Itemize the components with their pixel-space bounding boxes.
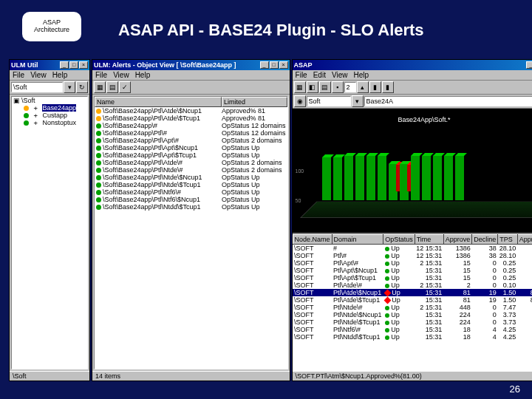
tree-node[interactable]: + Custapp [12, 112, 87, 119]
list-item[interactable]: \Soft\Base24app\Ptl\Apt\#OpStatus 2 doma… [95, 137, 287, 144]
maximize-button[interactable]: □ [69, 61, 78, 69]
list-item[interactable]: \Soft\Base24app\Ptl\#OpStatus 12 domains [95, 129, 287, 137]
table-row[interactable]: \SOFTPtl\Ntf6\# Up15:311844.25100.00 [293, 326, 532, 333]
table-row[interactable]: \SOFTPtl\Atde\$Tcup1 Up15:3181191.5081.0… [293, 296, 532, 304]
expand-icon[interactable]: + [34, 104, 38, 112]
asap-titlebar[interactable]: ASAP _ □ × [293, 60, 532, 70]
col-header[interactable]: Node.Name [293, 235, 332, 245]
table-row[interactable]: \SOFTPtl\Apt\$Tcup1 Up15:311500.25100.00 [293, 274, 532, 282]
col-header[interactable]: Approve [443, 235, 472, 245]
col-header[interactable]: Time [415, 235, 443, 245]
dropdown-icon[interactable]: ▾ [64, 81, 75, 93]
col-header[interactable]: TPS [498, 235, 518, 245]
data-table-area[interactable]: Node.NameDomainOpStatusTimeApproveDeclin… [293, 233, 532, 371]
item-name: \Soft\Base24app\Ptl\Ntde\# [103, 166, 183, 174]
cell-node: \SOFT [293, 311, 332, 318]
table-row[interactable]: \SOFT# Up12 15:3113863828.1097.33 [293, 245, 532, 253]
cell-decline: 0 [472, 274, 498, 282]
list-item[interactable]: \Soft\Base24app\Ptl\Ntf6\#OpStatus Up [95, 188, 287, 196]
refresh-button[interactable]: ↻ [76, 81, 88, 93]
col-header[interactable]: OpStatus [383, 235, 415, 245]
col-limited[interactable]: Limited [222, 97, 287, 107]
spin-button[interactable]: ▴ [357, 81, 369, 93]
table-row[interactable]: \SOFTPtl\Ntde\$Ncup1 Up15:3122403.73100.… [293, 311, 532, 318]
list-item[interactable]: \Soft\Base24app\Ptl\Apt\$Tcup1OpStatus U… [95, 151, 287, 159]
close-button[interactable]: × [79, 61, 88, 69]
alerts-titlebar[interactable]: ULM: Alerts - Object View [ \Soft\Base24… [92, 60, 290, 70]
cell-tps: 1.50 [498, 296, 518, 304]
list-item[interactable]: \Soft\Base24app\Ptl\Apt\$Ncup1OpStatus U… [95, 144, 287, 151]
tool-button[interactable]: ▤ [106, 81, 118, 93]
tool-button[interactable]: ✓ [119, 81, 131, 93]
list-item[interactable]: \Soft\Base24app\Ptl\Ntf6\$Ncup1OpStatus … [95, 196, 287, 203]
minimize-button[interactable]: _ [260, 61, 269, 69]
tool-button[interactable]: ◧ [307, 81, 318, 93]
tool-button[interactable]: ▤ [319, 81, 331, 93]
expand-icon[interactable]: + [34, 112, 38, 119]
tree-root[interactable]: ▣ \Soft [12, 97, 87, 104]
combo-soft[interactable] [307, 96, 351, 106]
item-status: Approved% 81 [222, 115, 286, 122]
tool-button[interactable]: ▪ [332, 81, 344, 93]
up-icon [385, 321, 389, 325]
data-table[interactable]: Node.NameDomainOpStatusTimeApproveDeclin… [293, 234, 532, 341]
cell-decline: 4 [472, 326, 498, 333]
table-row[interactable]: \SOFTPtl\Ntdd\$Tcup1 Up15:311844.25100.0… [293, 333, 532, 341]
tool-button[interactable]: ▦ [94, 81, 106, 93]
menu-view[interactable]: View [30, 71, 47, 79]
chart-3d[interactable]: Base24App\Soft.* 100 50 [293, 109, 532, 233]
table-row[interactable]: \SOFTPtl\Atde\$Ncup1 Up15:3181191.5081.0… [293, 289, 532, 296]
menu-help[interactable]: Help [353, 71, 369, 79]
minimize-button[interactable]: _ [60, 61, 69, 69]
list-item[interactable]: \Soft\Base24app\Ptl\Ntde\#OpStatus 2 dom… [95, 166, 287, 174]
list-item[interactable]: \Soft\Base24app\Ptl\Ntdd\$Tcup1OpStatus … [95, 203, 287, 211]
table-row[interactable]: \SOFTPtl\Apt\$Ncup1 Up15:311500.25100.00 [293, 267, 532, 274]
alerts-list[interactable]: Name Limited \Soft\Base24app\Ptl\Atde\$N… [94, 96, 288, 369]
target-icon[interactable]: ◉ [294, 95, 306, 107]
cell-approve: 15 [443, 267, 472, 274]
table-row[interactable]: \SOFTPtl\Atde\# Up2 15:31200.10100.00 [293, 282, 532, 289]
menu-help[interactable]: Help [52, 71, 68, 79]
menu-file[interactable]: File [13, 71, 24, 79]
col-header[interactable]: Approved% [517, 235, 532, 245]
cell-approved: 97.33 [517, 252, 532, 259]
expand-icon[interactable]: + [34, 119, 38, 126]
ulm-tree[interactable]: ▣ \Soft + Base24app + Custapp + Nonstopt… [11, 96, 88, 369]
minimize-button[interactable]: _ [526, 61, 532, 69]
list-item[interactable]: \Soft\Base24app\Ptl\Ntde\$Tcup1OpStatus … [95, 181, 287, 188]
list-item[interactable]: \Soft\Base24app\Ptl\Atde\#OpStatus 2 dom… [95, 159, 287, 166]
table-row[interactable]: \SOFTPtl\Apt\# Up2 15:311500.25100.00 [293, 259, 532, 267]
close-button[interactable]: × [279, 61, 288, 69]
item-status: OpStatus Up [222, 188, 286, 196]
menu-view[interactable]: View [113, 71, 129, 79]
menu-file[interactable]: File [296, 71, 307, 79]
tree-node[interactable]: + Nonstoptux [12, 119, 87, 126]
list-item[interactable]: \Soft\Base24app\Ptl\Ntde\$Ncup1OpStatus … [95, 174, 287, 181]
menu-edit[interactable]: Edit [313, 71, 326, 79]
tool-button[interactable]: ▮ [382, 81, 394, 93]
spin-input[interactable] [344, 82, 356, 92]
menu-view[interactable]: View [332, 71, 348, 79]
dropdown-icon[interactable]: ▾ [352, 95, 364, 107]
combo-base24[interactable] [364, 96, 532, 106]
col-name[interactable]: Name [95, 97, 222, 107]
tree-node[interactable]: + Base24app [12, 104, 87, 112]
tool-button[interactable]: ▦ [294, 81, 306, 93]
ulm-window: ULM Util _ □ × File View Help ▾ ↻ ▣ \Sof… [9, 59, 90, 381]
list-item[interactable]: \Soft\Base24app\#OpStatus 12 domains [95, 122, 287, 129]
ulm-titlebar[interactable]: ULM Util _ □ × [10, 60, 89, 70]
menu-file[interactable]: File [95, 71, 107, 79]
list-item[interactable]: \Soft\Base24app\Ptl\Atde\$Tcup1Approved%… [95, 115, 287, 122]
menu-help[interactable]: Help [135, 71, 151, 79]
table-row[interactable]: \SOFTPtl\Ntde\$Tcup1 Up15:3122403.73100.… [293, 318, 532, 326]
maximize-button[interactable]: □ [270, 61, 279, 69]
table-row[interactable]: \SOFTPtl\# Up12 15:3113863828.1097.33 [293, 252, 532, 259]
cell-approve: 18 [443, 333, 472, 341]
col-header[interactable]: Domain [332, 235, 383, 245]
col-header[interactable]: Decline [472, 235, 498, 245]
cell-opstatus: Up [383, 304, 415, 311]
tool-button[interactable]: ▮ [369, 81, 381, 93]
table-row[interactable]: \SOFTPtl\Ntde\# Up2 15:3144807.47100.00 [293, 304, 532, 311]
ulm-path-input[interactable] [11, 82, 63, 92]
list-item[interactable]: \Soft\Base24app\Ptl\Atde\$Ncup1Approved%… [95, 107, 287, 115]
